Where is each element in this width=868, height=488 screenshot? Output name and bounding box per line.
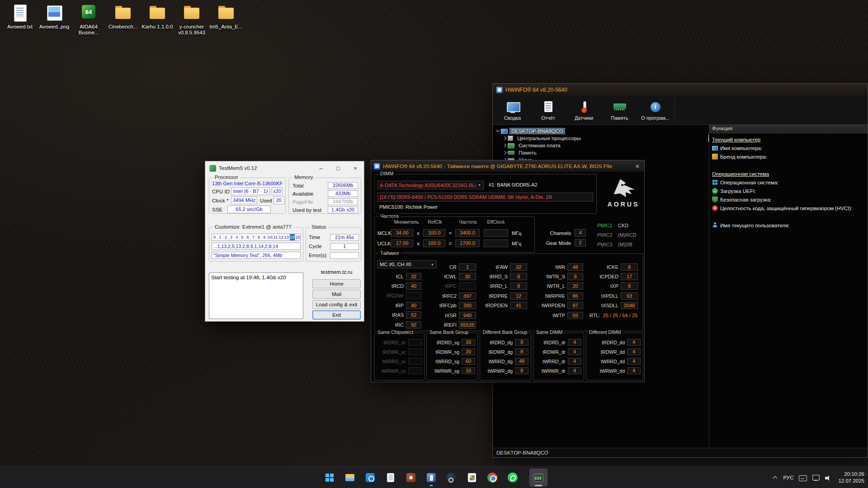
exit-button[interactable]: Exit <box>312 310 361 319</box>
tree-expand-icon[interactable] <box>502 136 508 141</box>
network-icon[interactable] <box>812 474 820 481</box>
taskbar-app-outlook[interactable] <box>361 469 379 487</box>
taskbar-app-steam[interactable] <box>443 469 461 487</box>
timings-titlebar[interactable]: HWiNFO® 64 v8.20-5640 - Тайминги памяти … <box>371 160 644 172</box>
tree-item-icon <box>508 136 513 141</box>
tm5-titlebar[interactable]: TestMem5 v0.12 – □ × <box>205 161 364 175</box>
hwinfo-main-titlebar[interactable]: HWiNFO® 64 v8.20-5640 <box>493 84 868 96</box>
cpu-number[interactable]: 4 <box>234 234 240 240</box>
clock[interactable]: 20:10:26 12.07.2025 <box>838 471 864 484</box>
function-item-label: Операционная система: <box>720 180 778 185</box>
timing-value: 4 <box>568 339 581 346</box>
taskbar-app-hwinfo[interactable] <box>422 469 440 487</box>
home-button[interactable]: Home <box>312 279 361 288</box>
used-value: 20 <box>274 197 284 204</box>
tray-time: 20:10:26 <box>838 471 864 478</box>
close-button[interactable]: × <box>347 162 364 175</box>
mclk-refclk: 100.0 <box>423 229 445 237</box>
timing-name: tWRWR_dd <box>589 368 625 374</box>
gear-mode-value: 2 <box>575 239 586 247</box>
mclk-multiplier: 34.00 <box>391 229 413 237</box>
mail-button[interactable]: Mail <box>312 290 361 299</box>
tree-item-motherboard[interactable]: Системная плата <box>493 142 709 149</box>
cpu-number[interactable]: 8 <box>256 234 262 240</box>
log-textarea[interactable]: Start testing at 19:48, 1.4Gb x20 <box>209 272 303 319</box>
cpu-number[interactable]: 13 <box>284 234 289 240</box>
taskbar-app-whatsapp[interactable] <box>504 469 522 487</box>
timing-cell: tCKE 8 <box>587 262 638 272</box>
toolbar-button-about[interactable]: О програм... <box>637 97 673 124</box>
timing-cell: tRDRD_dr 4 <box>536 338 581 347</box>
function-item[interactable]: Операционная система: <box>709 178 868 187</box>
desktop-icon-y-cruncher[interactable]: y-cruncher v0.8.5.9543 <box>175 4 209 36</box>
timing-name: tRDRD_sg <box>429 340 459 345</box>
toolbar-button-summary[interactable]: Сводка <box>495 97 530 124</box>
language-indicator[interactable]: РУС <box>783 475 793 480</box>
function-item[interactable]: Имя компьютера: <box>709 144 868 152</box>
desktop-icon-karhu[interactable]: Karhu 1.1.0.0 <box>140 4 175 36</box>
cpu-number[interactable]: 0 <box>212 234 217 240</box>
minimize-button[interactable]: – <box>312 162 330 175</box>
toolbar-button-sensors[interactable]: Датчики <box>566 97 602 124</box>
time-value: 21m 45s <box>330 234 359 241</box>
cpu-number[interactable]: 12 <box>278 234 284 240</box>
cpu-number[interactable]: 10 <box>268 234 273 240</box>
timing-group: Тайминг MC #0, CH #0 ▼ tCL 32 tRCD 40 <box>374 253 643 331</box>
function-item[interactable]: Бренд компьютера: <box>709 152 868 161</box>
taskbar-app-start[interactable] <box>321 469 339 487</box>
cpu-number[interactable]: 2 <box>223 234 229 240</box>
function-item[interactable]: Целостность кода, защищённый гипервизоро… <box>709 204 868 212</box>
toolbar-button-label: Датчики <box>575 115 593 121</box>
desktop-icon-cinebench[interactable]: Cinebench... <box>106 4 140 36</box>
cpu-number[interactable]: 5 <box>240 234 245 240</box>
cpu-number[interactable]: 3 <box>229 234 234 240</box>
tree-item-computer[interactable]: DESKTOP-BNA8QCO <box>493 127 709 135</box>
desktop-icon-tm5-anta[interactable]: tm5_Anta_E... <box>209 4 243 36</box>
function-item[interactable]: Текущий компьютер <box>709 135 868 144</box>
volume-icon[interactable] <box>825 474 833 481</box>
function-item[interactable]: Загрузка UEFI: <box>709 187 868 195</box>
maximize-button[interactable]: □ <box>330 162 347 175</box>
taskbar-app-testmem5[interactable] <box>529 469 547 487</box>
desktop-icon-avowed-txt[interactable]: Avowed.txt <box>3 4 37 36</box>
memory-controller-select[interactable]: MC #0, CH #0 ▼ <box>377 260 437 268</box>
function-item[interactable]: Имя текущего пользователя: <box>709 221 868 230</box>
desktop-icon-label: Avowed..png <box>39 24 69 30</box>
timing-value: 92 <box>406 321 421 328</box>
timing-cell: tWRRD_dd 4 <box>589 357 641 366</box>
cpu-number[interactable]: 7 <box>251 234 256 240</box>
tray-overflow-chevron-icon[interactable] <box>773 475 778 480</box>
tree-expand-icon[interactable] <box>502 150 508 155</box>
toolbar-button-report[interactable]: Отчёт <box>530 97 566 124</box>
taskbar-app-paint[interactable] <box>402 469 420 487</box>
taskbar-app-chrome[interactable] <box>483 469 501 487</box>
timing-value: 65535 <box>459 321 476 328</box>
desktop-icon-avowed-png[interactable]: Avowed..png <box>37 4 71 36</box>
load-config-exit-button[interactable]: Load config & exit <box>312 300 361 309</box>
toolbar-button-memory[interactable]: Память <box>602 97 637 124</box>
desktop-icon-aida64[interactable]: AIDA64 Busine... <box>71 4 106 36</box>
timing-cell: tRDRD_dd 4 <box>589 338 641 347</box>
tree-item-cpus[interactable]: Центральные процессоры <box>493 135 709 142</box>
tree-expand-icon[interactable] <box>502 143 508 148</box>
cpu-number[interactable]: 6 <box>245 234 251 240</box>
cpu-number[interactable]: 11 <box>273 234 278 240</box>
tree-item-memory[interactable]: Память <box>493 149 709 156</box>
tree-expand-icon[interactable] <box>495 129 501 133</box>
function-item[interactable]: Безопасная загрузка: <box>709 195 868 204</box>
dimm-module-select[interactable]: A-DATA Technology AX5U6400C3216G-BLABK ▼ <box>377 181 484 189</box>
cpu-list[interactable]: 0 1 2 3 4 5 6 7 8 9 <box>212 234 301 241</box>
website-link[interactable]: testmem.tz.ru <box>312 269 361 275</box>
function-item[interactable]: Операционная система <box>709 169 868 178</box>
close-icon[interactable]: × <box>631 162 644 170</box>
cpu-number[interactable]: 1 <box>217 234 223 240</box>
touch-keyboard-icon[interactable] <box>799 474 807 481</box>
taskbar-app-file-explorer[interactable] <box>341 469 359 487</box>
cpu-number[interactable]: 14 <box>290 234 295 240</box>
taskbar-app-calculator[interactable] <box>463 469 481 487</box>
cpu-number[interactable]: 9 <box>262 234 267 240</box>
taskbar-app-notepad[interactable] <box>382 469 400 487</box>
function-column-header[interactable]: Функция <box>709 125 868 133</box>
memory-group-caption: Memory <box>292 174 315 180</box>
cpu-number[interactable]: 15 <box>295 234 300 240</box>
